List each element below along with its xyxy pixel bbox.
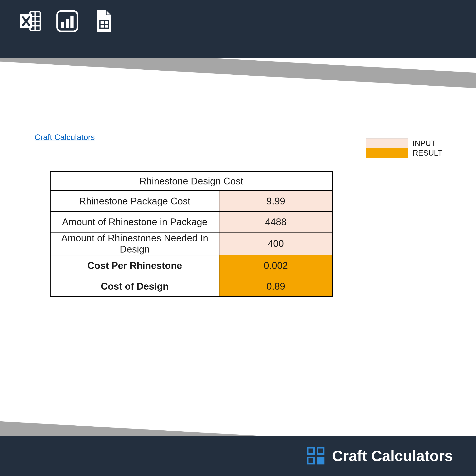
svg-rect-8 xyxy=(66,19,69,28)
cost-of-design-result: 0.89 xyxy=(219,276,333,297)
table-row: Cost of Design 0.89 xyxy=(51,276,333,297)
table-row: Rhinestone Package Cost 9.99 xyxy=(51,191,333,212)
legend-input-row: INPUT xyxy=(366,138,442,148)
legend: INPUT RESULT xyxy=(366,138,442,158)
legend-input-label: INPUT xyxy=(412,139,436,148)
table-row: Cost Per Rhinestone 0.002 xyxy=(51,255,333,276)
rhinestone-cost-table: Rhinestone Design Cost Rhinestone Packag… xyxy=(50,171,333,297)
legend-result-row: RESULT xyxy=(366,148,442,158)
svg-rect-9 xyxy=(70,16,73,28)
row-label: Amount of Rhinestone in Package xyxy=(51,212,219,232)
brand-text: Craft Calculators xyxy=(332,447,453,465)
excel-icon xyxy=(18,9,43,34)
legend-result-label: RESULT xyxy=(412,149,442,157)
bottom-banner: Craft Calculators xyxy=(0,436,476,476)
row-label: Cost Per Rhinestone xyxy=(51,255,219,276)
chart-icon xyxy=(55,9,80,34)
cost-per-rhinestone-result: 0.002 xyxy=(219,255,333,276)
legend-input-swatch xyxy=(366,138,408,148)
row-label: Amount of Rhinestones Needed In Design xyxy=(51,232,219,255)
table-row: Amount of Rhinestones Needed In Design 4… xyxy=(51,232,333,255)
header-icon-row xyxy=(18,9,116,34)
legend-result-swatch xyxy=(366,148,408,158)
craft-calculators-link[interactable]: Craft Calculators xyxy=(35,133,95,142)
amount-in-package-input[interactable]: 4488 xyxy=(219,212,333,232)
row-label: Rhinestone Package Cost xyxy=(51,191,219,212)
table-row: Amount of Rhinestone in Package 4488 xyxy=(51,212,333,232)
row-label: Cost of Design xyxy=(51,276,219,297)
package-cost-input[interactable]: 9.99 xyxy=(219,191,333,212)
sheets-icon xyxy=(91,9,116,34)
amount-needed-input[interactable]: 400 xyxy=(219,232,333,255)
brand-logo-icon xyxy=(307,447,324,464)
brand: Craft Calculators xyxy=(307,447,453,465)
table-title: Rhinestone Design Cost xyxy=(51,171,333,191)
svg-rect-7 xyxy=(61,22,64,28)
